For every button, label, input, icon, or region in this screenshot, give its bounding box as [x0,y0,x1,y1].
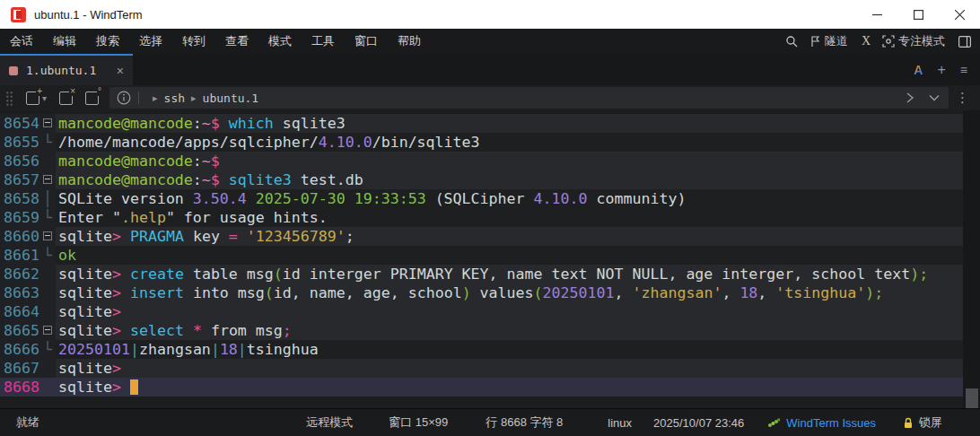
more-options-icon[interactable]: ⋮ [956,90,969,106]
menu-item-6[interactable]: 模式 [258,29,302,54]
focus-icon [882,35,895,48]
line-number: 8659 [0,208,39,227]
terminal-line[interactable]: 8668sqlite> [0,378,963,397]
line-number: 8657 [0,170,39,189]
line-number: 8663 [0,283,39,302]
terminal-line[interactable]: 8663sqlite> insert into msg(id, name, ag… [0,283,963,302]
address-bar[interactable]: ▸ ssh ▸ ubuntu.1 [109,87,949,109]
terminal-line[interactable]: 8661└ok [0,246,963,265]
menu-item-3[interactable]: 选择 [129,29,172,54]
terminal-text: sqlite> insert into msg(id, name, age, s… [56,283,963,302]
x-server-button[interactable]: X [862,34,871,48]
scrollbar-thumb[interactable] [966,388,978,408]
new-session-button[interactable]: + [26,92,39,105]
line-gutter: 8654 [0,114,56,133]
line-gutter: 8666└ [0,340,56,359]
menu-item-7[interactable]: 工具 [302,29,345,54]
close-button[interactable] [939,0,980,29]
fold-connector: └ [39,246,56,265]
line-number: 8656 [0,152,39,170]
search-icon[interactable] [785,35,798,48]
status-os[interactable]: linux [608,416,632,430]
windterm-logo-icon [11,7,26,22]
menu-item-5[interactable]: 查看 [215,29,258,54]
terminal-text: sqlite> [56,302,963,321]
line-gutter: 8656 [0,152,56,170]
line-gutter: 8655└ [0,133,56,152]
status-issues-link[interactable]: WindTerm Issues [767,416,876,430]
menu-item-8[interactable]: 窗口 [345,29,388,54]
status-lock-screen[interactable]: 锁屏 [903,414,942,431]
line-number: 8665 [0,321,39,340]
terminal-line[interactable]: 8656mancode@mancode:~$ [0,152,963,170]
reopen-session-button[interactable]: ° [85,92,99,105]
tunnel-label: 隧道 [825,33,848,49]
toolbar: + ▾ × ° ▸ ssh ▸ ubuntu.1 ⋮ [0,85,980,110]
breadcrumb-ssh[interactable]: ssh [164,92,185,105]
fold-connector [39,265,56,283]
menu-item-1[interactable]: 编辑 [43,29,86,54]
status-window-size[interactable]: 窗口 15×99 [389,414,448,431]
terminal-line[interactable]: 8665sqlite> select * from msg; [0,321,963,340]
terminal-line[interactable]: 8657mancode@mancode:~$ sqlite3 test.db [0,170,963,189]
toolbar-drag-handle[interactable] [5,91,13,106]
menu-item-0[interactable]: 会话 [0,29,43,54]
terminal-line[interactable]: 8666└20250101|zhangsan|18|tsinghua [0,340,963,359]
menu-item-2[interactable]: 搜索 [86,29,129,54]
line-gutter: 8659└ [0,208,56,227]
new-tab-icon[interactable]: + [937,62,945,78]
terminal-line[interactable]: 8655└/home/mancode/apps/sqlcipher/4.10.0… [0,133,963,152]
line-gutter: 8660 [0,227,56,246]
maximize-button[interactable] [897,0,939,29]
title-bar: ubuntu.1 - WindTerm [0,0,980,29]
terminal-text: sqlite> [56,378,963,397]
fold-marker-icon[interactable] [39,114,56,133]
terminal-line[interactable]: 8664sqlite> [0,302,963,321]
terminal-text: mancode@mancode:~$ [56,152,963,170]
terminal-rows: 8654mancode@mancode:~$ which sqlite38655… [0,114,963,397]
window-title: ubuntu.1 - WindTerm [34,8,143,22]
tab-list-icon[interactable]: ≡ [960,63,967,77]
status-cursor-position[interactable]: 行 8668 字符 8 [486,414,563,431]
fold-connector: └ [39,133,56,152]
bug-icon [767,417,781,428]
info-icon[interactable] [117,91,131,105]
menu-item-9[interactable]: 帮助 [388,29,431,54]
scrollbar-track[interactable] [963,110,980,408]
terminal-line[interactable]: 8662sqlite> create table msg(id interger… [0,265,963,283]
menu-item-4[interactable]: 转到 [172,29,215,54]
layout-icon[interactable] [958,36,971,48]
fold-marker-icon[interactable] [39,227,56,246]
terminal-text: sqlite> PRAGMA key = '123456789'; [56,227,963,246]
fold-connector [39,152,56,170]
terminal-line[interactable]: 8667sqlite> [0,359,963,378]
terminal-text: mancode@mancode:~$ sqlite3 test.db [56,170,963,189]
terminal-line[interactable]: 8654mancode@mancode:~$ which sqlite3 [0,114,963,133]
focus-mode-button[interactable]: 专注模式 [882,33,945,49]
tab-close-icon[interactable]: × [117,65,124,77]
line-number: 8666 [0,340,39,359]
breadcrumb-host[interactable]: ubuntu.1 [203,92,259,105]
divider [138,92,139,104]
go-icon[interactable] [906,92,914,103]
terminal-line[interactable]: 8658│SQLite version 3.50.4 2025-07-30 19… [0,189,963,208]
menu-bar: 会话编辑搜索选择转到查看模式工具窗口帮助 隧道 X 专注模式 [0,29,980,54]
tunnel-button[interactable]: 隧道 [809,33,848,49]
tab-bar: 1.ubuntu.1 × A + ≡ [0,54,980,85]
status-mode[interactable]: 远程模式 [306,414,353,431]
lock-icon [903,417,914,429]
close-session-button[interactable]: × [59,92,73,105]
minimize-button[interactable] [856,0,897,29]
terminal-view[interactable]: 8654mancode@mancode:~$ which sqlite38655… [0,110,980,408]
terminal-text: 20250101|zhangsan|18|tsinghua [56,340,963,359]
history-dropdown-icon[interactable] [929,94,940,101]
lock-label: 锁屏 [919,414,942,431]
fold-marker-icon[interactable] [39,170,56,189]
terminal-line[interactable]: 8659└Enter ".help" for usage hints. [0,208,963,227]
fold-connector: └ [39,208,56,227]
terminal-line[interactable]: 8660sqlite> PRAGMA key = '123456789'; [0,227,963,246]
encoding-icon[interactable]: A [914,63,923,77]
fold-marker-icon[interactable] [39,321,56,340]
terminal-text: ok [56,246,963,265]
tab-ubuntu1[interactable]: 1.ubuntu.1 × [0,54,133,85]
